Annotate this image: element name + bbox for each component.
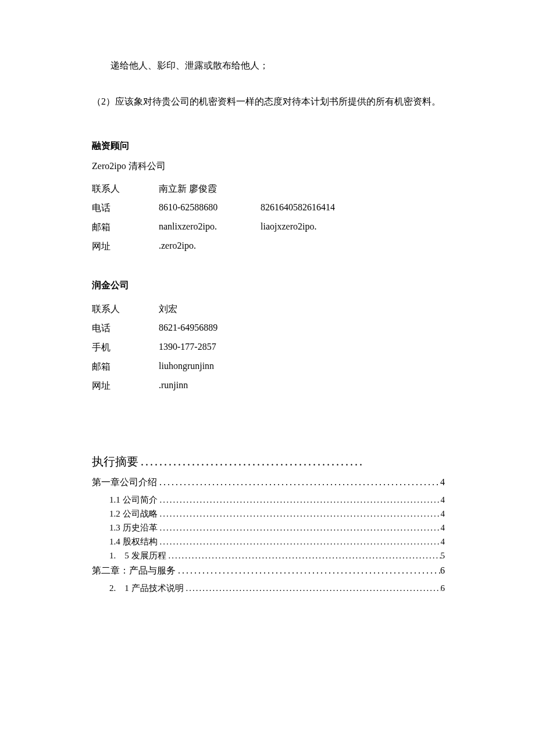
- toc-exec-summary: 执行摘要 ...................................…: [92, 454, 445, 470]
- value-web-2: [261, 237, 377, 256]
- toc-ch2-1: 2. 1 产品技术说明 ............................…: [92, 583, 445, 594]
- value-phone-2: 8261640582616414: [261, 199, 377, 218]
- label-contact: 联系人: [92, 180, 159, 199]
- label-mobile: 手机: [92, 338, 159, 357]
- toc-ch1: 第一章公司介绍 ................................…: [92, 476, 445, 489]
- value-contact: 刘宏: [159, 300, 261, 319]
- company2-web-row: 网址 .runjinn: [92, 377, 261, 396]
- toc-ch1-2: 1.2 公司战略 ...............................…: [92, 508, 445, 519]
- toc-leader: ........................................…: [157, 477, 440, 488]
- company2-block: 润金公司 联系人 刘宏 电话 8621-64956889 手机 1390-177…: [92, 280, 445, 396]
- toc-ch1-1: 1.1 公司简介 ...............................…: [92, 495, 445, 506]
- document-page: 递给他人、影印、泄露或散布给他人； （2）应该象对待贵公司的机密资料一样的态度对…: [0, 0, 535, 756]
- label-phone: 电话: [92, 199, 159, 218]
- toc-page: 4: [441, 495, 445, 505]
- company2-heading: 润金公司: [92, 280, 445, 292]
- toc-ch1-4: 1.4 股权结构 ...............................…: [92, 536, 445, 547]
- advisor-contact-table: 联系人 南立新 廖俊霞 电话 8610-62588680 82616405826…: [92, 180, 377, 256]
- toc-text: 1. 5 发展历程: [109, 550, 166, 561]
- table-of-contents: 执行摘要 ...................................…: [92, 454, 445, 594]
- toc-text: 执行摘要: [92, 454, 138, 470]
- toc-leader: ........................................…: [184, 583, 441, 593]
- value-phone: 8621-64956889: [159, 319, 261, 338]
- toc-text: 1.3 历史沿革: [109, 522, 158, 533]
- toc-leader: ........................................…: [166, 551, 441, 561]
- value-web-1: .zero2ipo.: [159, 237, 261, 256]
- value-web: .runjinn: [159, 377, 261, 396]
- advisor-phone-row: 电话 8610-62588680 8261640582616414: [92, 199, 377, 218]
- toc-page: 4: [440, 477, 445, 488]
- advisor-heading: 融资顾问: [92, 140, 445, 152]
- advisor-contact-row: 联系人 南立新 廖俊霞: [92, 180, 377, 199]
- company2-phone-row: 电话 8621-64956889: [92, 319, 261, 338]
- label-email: 邮箱: [92, 218, 159, 237]
- toc-page: 4: [441, 509, 445, 519]
- label-web: 网址: [92, 237, 159, 256]
- toc-leader: ........................................…: [176, 565, 440, 576]
- toc-text: 1.2 公司战略: [109, 508, 158, 519]
- body-line-2: （2）应该象对待贵公司的机密资料一样的态度对待本计划书所提供的所有机密资料。: [92, 94, 445, 109]
- toc-ch2: 第二章：产品与服务 ..............................…: [92, 565, 445, 577]
- advisor-company: Zero2ipo 清科公司: [92, 160, 445, 173]
- value-email: liuhongrunjinn: [159, 357, 261, 377]
- toc-ch1-5: 1. 5 发展历程 ..............................…: [92, 550, 445, 561]
- toc-page: 6: [440, 565, 445, 576]
- advisor-web-row: 网址 .zero2ipo.: [92, 237, 377, 256]
- toc-leader: ........................................…: [158, 523, 441, 533]
- value-phone-1: 8610-62588680: [159, 199, 261, 218]
- label-web: 网址: [92, 377, 159, 396]
- value-contact-2: [261, 180, 377, 199]
- company2-contact-table: 联系人 刘宏 电话 8621-64956889 手机 1390-177-2857…: [92, 300, 261, 396]
- toc-leader: ........................................…: [138, 455, 445, 468]
- toc-text: 1.1 公司简介: [109, 495, 158, 506]
- toc-text: 第一章公司介绍: [92, 476, 157, 489]
- toc-text: 第二章：产品与服务: [92, 565, 176, 577]
- toc-page: 6: [441, 583, 445, 593]
- body-line-1: 递给他人、影印、泄露或散布给他人；: [92, 58, 445, 73]
- toc-text: 1.4 股权结构: [109, 536, 158, 547]
- value-email-2: liaojxzero2ipo.: [261, 218, 377, 237]
- toc-text: 2. 1 产品技术说明: [109, 583, 184, 594]
- toc-ch1-3: 1.3 历史沿革 ...............................…: [92, 522, 445, 533]
- toc-leader: ........................................…: [158, 509, 441, 519]
- label-contact: 联系人: [92, 300, 159, 319]
- toc-leader: ........................................…: [158, 537, 441, 547]
- advisor-block: 融资顾问 Zero2ipo 清科公司 联系人 南立新 廖俊霞 电话 8610-6…: [92, 140, 445, 256]
- company2-mobile-row: 手机 1390-177-2857: [92, 338, 261, 357]
- value-contact-1: 南立新 廖俊霞: [159, 180, 261, 199]
- toc-page: 4: [441, 537, 445, 547]
- toc-leader: ........................................…: [158, 495, 441, 505]
- company2-email-row: 邮箱 liuhongrunjinn: [92, 357, 261, 377]
- label-phone: 电话: [92, 319, 159, 338]
- toc-page: 4: [441, 523, 445, 533]
- label-email: 邮箱: [92, 357, 159, 377]
- value-email-1: nanlixzero2ipo.: [159, 218, 261, 237]
- toc-page: 5: [441, 551, 445, 561]
- value-mobile: 1390-177-2857: [159, 338, 261, 357]
- advisor-email-row: 邮箱 nanlixzero2ipo. liaojxzero2ipo.: [92, 218, 377, 237]
- company2-contact-row: 联系人 刘宏: [92, 300, 261, 319]
